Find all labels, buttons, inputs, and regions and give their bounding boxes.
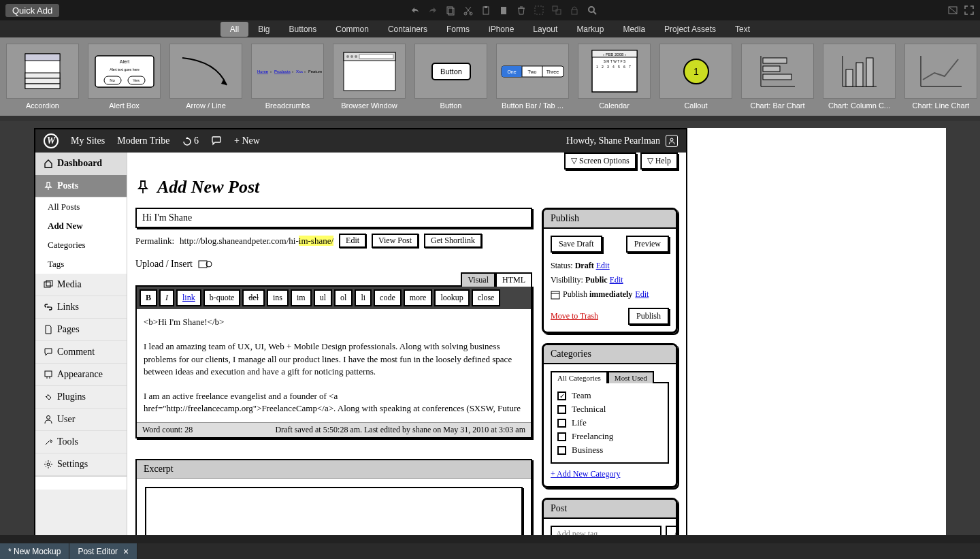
shelf-item-calendar[interactable]: ‹ FEB 2008 ›S M T W T F S1234567 Calenda…: [575, 41, 653, 112]
sidebar-sub-categories[interactable]: Categories: [35, 236, 127, 255]
shelf-item-chart-bar[interactable]: Chart: Bar Chart: [738, 41, 817, 112]
admin-bar-comments-icon[interactable]: [211, 136, 222, 146]
add-tag-input[interactable]: [551, 526, 662, 535]
undo-icon[interactable]: [410, 5, 421, 16]
canvas-horizontal-scrollbar[interactable]: [0, 535, 980, 543]
toolbar-ul-button[interactable]: ul: [314, 289, 332, 306]
category-tab-forms[interactable]: Forms: [437, 22, 479, 37]
redo-icon[interactable]: [427, 5, 438, 16]
status-edit-link[interactable]: Edit: [596, 261, 610, 270]
editor-tab-html[interactable]: HTML: [495, 272, 532, 287]
toolbar-ol-button[interactable]: ol: [334, 289, 353, 306]
sidebar-item-links[interactable]: Links: [35, 296, 127, 319]
sidebar-sub-add-new[interactable]: Add New: [35, 217, 127, 236]
component-shelf[interactable]: Accordion AlertAlert text goes hereNoYes…: [0, 37, 980, 116]
admin-bar-my-sites[interactable]: My Sites: [71, 135, 105, 146]
toolbar-img-button[interactable]: im: [291, 289, 312, 306]
copy-icon[interactable]: [445, 5, 456, 16]
sidebar-item-user[interactable]: User: [35, 409, 127, 431]
admin-bar-updates[interactable]: 6: [182, 135, 199, 146]
sidebar-item-settings[interactable]: Settings: [35, 453, 127, 476]
toolbar-more-button[interactable]: more: [404, 289, 433, 306]
post-title-input[interactable]: [135, 208, 532, 228]
shelf-item-breadcrumbs[interactable]: Home›Products›Xxx›Feature Breadcrumbs: [248, 41, 327, 112]
group-icon[interactable]: [534, 5, 544, 16]
shelf-item-arrow-line[interactable]: Arrow / Line: [167, 41, 245, 112]
shelf-item-chart-column[interactable]: Chart: Column C...: [820, 41, 898, 112]
sidebar-item-plugins[interactable]: Plugins: [35, 386, 127, 409]
toolbar-del-button[interactable]: del: [242, 289, 265, 306]
lock-icon[interactable]: [569, 5, 580, 16]
category-tab-big[interactable]: Big: [248, 22, 279, 37]
close-tab-icon[interactable]: ×: [123, 546, 129, 557]
category-checkbox-business[interactable]: [557, 446, 566, 455]
toggle-panel-icon[interactable]: [947, 5, 958, 16]
category-checkbox-freelancing[interactable]: [557, 432, 566, 441]
ungroup-icon[interactable]: [551, 5, 562, 16]
media-upload-icon[interactable]: [198, 259, 213, 270]
shelf-item-button-bar[interactable]: OneTwoThree Button Bar / Tab ...: [493, 41, 572, 112]
sidebar-item-pages[interactable]: Pages: [35, 319, 127, 341]
permalink-edit-button[interactable]: Edit: [339, 234, 366, 248]
category-tab-project-assets[interactable]: Project Assets: [655, 22, 725, 37]
toolbar-italic-button[interactable]: I: [159, 289, 174, 306]
toolbar-close-button[interactable]: close: [472, 289, 501, 306]
toolbar-lookup-button[interactable]: lookup: [434, 289, 469, 306]
paste-icon[interactable]: [480, 5, 491, 16]
file-tab-post-editor[interactable]: Post Editor ×: [69, 543, 137, 559]
categories-tab-most-used[interactable]: Most Used: [608, 371, 654, 383]
add-tag-button[interactable]: Add: [666, 526, 678, 535]
post-content-editor[interactable]: <b>Hi I'm Shane!</b> I lead an amazing t…: [137, 309, 531, 422]
admin-bar-howdy[interactable]: Howdy, Shane Pearlman: [566, 135, 660, 146]
sidebar-item-appearance[interactable]: Appearance: [35, 364, 127, 386]
category-tab-common[interactable]: Common: [326, 22, 378, 37]
add-new-category-link[interactable]: + Add New Category: [551, 469, 620, 479]
shelf-item-alert-box[interactable]: AlertAlert text goes hereNoYes Alert Box: [85, 41, 163, 112]
shelf-item-browser-window[interactable]: Browser Window: [330, 41, 408, 112]
sidebar-sub-tags[interactable]: Tags: [35, 255, 127, 274]
category-tab-containers[interactable]: Containers: [378, 22, 437, 37]
get-shortlink-button[interactable]: Get Shortlink: [424, 234, 482, 248]
search-icon[interactable]: [587, 5, 598, 16]
shelf-item-callout[interactable]: 1 Callout: [657, 41, 735, 112]
toolbar-ins-button[interactable]: ins: [267, 289, 289, 306]
toolbar-li-button[interactable]: li: [355, 289, 372, 306]
toolbar-code-button[interactable]: code: [374, 289, 402, 306]
sidebar-sub-all-posts[interactable]: All Posts: [35, 197, 127, 217]
move-to-trash-link[interactable]: Move to Trash: [551, 311, 598, 321]
sidebar-item-posts[interactable]: Posts: [35, 175, 127, 197]
sidebar-item-comment[interactable]: Comment: [35, 341, 127, 364]
delete-icon[interactable]: [516, 5, 527, 16]
category-tab-layout[interactable]: Layout: [523, 22, 567, 37]
category-tab-iphone[interactable]: iPhone: [479, 22, 523, 37]
screen-options-button[interactable]: ▽ Screen Options: [564, 153, 636, 170]
category-checkbox-technical[interactable]: [557, 405, 566, 414]
category-tab-media[interactable]: Media: [613, 22, 655, 37]
help-button[interactable]: ▽ Help: [640, 153, 678, 170]
excerpt-textarea[interactable]: [145, 487, 523, 536]
sidebar-item-tools[interactable]: Tools: [35, 431, 127, 453]
publish-button[interactable]: Publish: [628, 308, 669, 325]
editor-tab-visual[interactable]: Visual: [461, 272, 495, 287]
categories-tab-all[interactable]: All Categories: [551, 371, 608, 383]
clipboard-icon[interactable]: [498, 5, 509, 16]
category-tab-all[interactable]: All: [220, 22, 248, 37]
shelf-scrollbar[interactable]: [0, 116, 980, 121]
shelf-item-button[interactable]: Button Button: [412, 41, 490, 112]
schedule-edit-link[interactable]: Edit: [635, 289, 649, 300]
preview-button[interactable]: Preview: [626, 236, 669, 253]
mockup-canvas[interactable]: W My Sites Modern Tribe 6 + New Howdy, S…: [34, 128, 946, 535]
category-checkbox-team[interactable]: ✓: [557, 392, 566, 400]
sidebar-item-dashboard[interactable]: Dashboard: [35, 153, 127, 175]
category-tab-markup[interactable]: Markup: [567, 22, 613, 37]
shelf-item-accordion[interactable]: Accordion: [3, 41, 82, 112]
shelf-item-chart-line[interactable]: Chart: Line Chart: [902, 41, 980, 112]
toolbar-link-button[interactable]: link: [176, 289, 201, 306]
category-checkbox-life[interactable]: [557, 419, 566, 428]
canvas-area[interactable]: W My Sites Modern Tribe 6 + New Howdy, S…: [0, 121, 980, 535]
sidebar-item-media[interactable]: Media: [35, 274, 127, 296]
wordpress-logo-icon[interactable]: W: [44, 133, 59, 148]
toolbar-bold-button[interactable]: B: [140, 289, 157, 306]
file-tab-new-mockup[interactable]: * New Mockup: [0, 543, 69, 559]
save-draft-button[interactable]: Save Draft: [551, 236, 602, 253]
